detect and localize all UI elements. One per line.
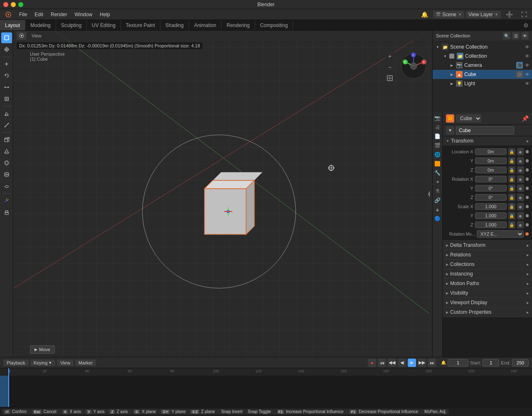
outliner-light[interactable]: ▶ 💡 Light 👁 [433, 79, 532, 88]
record-button[interactable]: ● [368, 359, 376, 367]
relations-header[interactable]: ▶ Relations ● [443, 250, 532, 259]
outliner-options-icon[interactable]: 👁 [521, 32, 529, 39]
menu-window[interactable]: Window [71, 11, 96, 18]
timeline-body[interactable] [0, 376, 532, 407]
scale-x-lock-icon[interactable]: 🔒 [508, 203, 515, 210]
tab-sculpting[interactable]: Sculpting [56, 20, 87, 30]
status-increase-proportional[interactable]: F1 Increase Proportional Influence [275, 409, 346, 414]
status-confirm[interactable]: ⏎ Confirm [2, 409, 29, 414]
playback-tab[interactable]: Playback [3, 359, 29, 366]
tab-uv-editing[interactable]: UV Editing [87, 20, 121, 30]
rotation-x-anim-icon[interactable]: ◆ [517, 175, 524, 183]
tool-measure[interactable] [1, 120, 12, 130]
prop-scene-icon[interactable]: 🎬 [433, 141, 442, 150]
location-z-anim-icon[interactable]: ◆ [517, 166, 524, 174]
transform-section-header[interactable]: ▼ Transform ● [443, 136, 532, 145]
prop-world-icon[interactable]: 🌐 [433, 150, 442, 159]
cube-eye-icon[interactable]: 👁 [524, 71, 530, 78]
rotation-x-value[interactable]: 0° [475, 176, 507, 182]
play-reverse-button[interactable]: ◀ [398, 359, 406, 367]
end-frame-input[interactable] [512, 359, 529, 367]
tool-add-plane[interactable] [1, 181, 12, 192]
outliner-collection[interactable]: ▼ 📁 Collection 👁 [433, 52, 532, 61]
status-x-plane[interactable]: ① X plane [131, 409, 158, 414]
scene-collection-eye-icon[interactable]: 👁 [524, 44, 530, 50]
delta-transform-header[interactable]: ▶ Delta Transform ● [443, 241, 532, 250]
tab-modeling[interactable]: Modeling [25, 20, 56, 30]
rotation-y-lock-icon[interactable]: 🔒 [508, 185, 515, 192]
scale-y-anim-icon[interactable]: ◆ [517, 212, 524, 219]
status-z-plane[interactable]: ①Z Z plane [188, 409, 217, 414]
prop-particles-icon[interactable]: ✦ [433, 178, 442, 186]
tab-compositing[interactable]: Compositing [255, 20, 293, 30]
step-forward-button[interactable]: ▶▶ [418, 359, 426, 367]
marker-tab[interactable]: Marker [75, 359, 96, 366]
status-z-axis[interactable]: Z Z axis [107, 409, 130, 414]
location-x-lock-icon[interactable]: 🔒 [508, 148, 515, 155]
tool-scale[interactable] [1, 82, 12, 93]
status-x-axis[interactable]: X X axis [60, 409, 84, 414]
prop-object-icon[interactable]: 🟧 [433, 160, 442, 168]
outliner-camera[interactable]: ▶ 📷 Camera 🎥 👁 [433, 61, 532, 70]
custom-properties-header[interactable]: ▶ Custom Properties ● [443, 308, 532, 317]
status-cancel[interactable]: Esc Cancel [30, 409, 59, 414]
tool-add-cylinder[interactable] [1, 169, 12, 180]
workspace-options-icon[interactable]: ⚙ [523, 22, 529, 29]
rotation-y-anim-icon[interactable]: ◆ [517, 185, 524, 192]
prop-constraints-icon[interactable]: 🔗 [433, 196, 442, 204]
location-x-value[interactable]: 0m [475, 148, 507, 155]
tool-rotate[interactable] [1, 70, 12, 81]
tool-add-cube[interactable] [1, 134, 12, 145]
tab-animation[interactable]: Animation [189, 20, 222, 30]
menu-file[interactable]: File [16, 11, 30, 18]
prop-render-icon[interactable]: 📷 [433, 114, 442, 122]
status-y-axis[interactable]: Y Y axis [84, 409, 107, 414]
activity-icon[interactable]: 🔔 [418, 10, 431, 19]
tool-annotate[interactable] [1, 108, 12, 119]
location-y-lock-icon[interactable]: 🔒 [508, 157, 515, 165]
rotation-z-anim-icon[interactable]: ◆ [517, 194, 524, 201]
tool-add-sphere[interactable] [1, 158, 12, 168]
location-x-anim-icon[interactable]: ◆ [517, 148, 524, 155]
status-y-plane[interactable]: ①Y Y plane [159, 409, 188, 414]
play-button[interactable]: ▶ [408, 359, 416, 367]
current-frame-input[interactable] [448, 359, 468, 367]
keying-tab[interactable]: Keying ▼ [30, 359, 56, 366]
collection-eye-icon[interactable]: 👁 [524, 53, 530, 59]
status-mspan[interactable]: MsPan: Adj. [422, 409, 449, 414]
motion-paths-header[interactable]: ▶ Motion Paths ● [443, 279, 532, 288]
visibility-header[interactable]: ▶ Visibility ● [443, 288, 532, 298]
scale-z-value[interactable]: 1.000 [475, 222, 507, 228]
view-layer-selector[interactable]: View Layer ▼ [466, 11, 501, 18]
add-workspace-icon[interactable]: ➕ [502, 10, 516, 19]
tool-gizmo[interactable] [1, 195, 12, 206]
menu-help[interactable]: Help [96, 11, 113, 18]
maximize-button[interactable] [18, 2, 23, 7]
scale-y-lock-icon[interactable]: 🔒 [508, 212, 515, 219]
start-frame-input[interactable] [483, 359, 499, 367]
scene-selector[interactable]: 🎬 Scene ▼ [433, 11, 464, 18]
zoom-out-button[interactable]: − [385, 62, 395, 72]
camera-eye-icon[interactable]: 👁 [524, 62, 530, 69]
view-tab[interactable]: View [57, 359, 74, 366]
outliner-cube[interactable]: ▶ ▲ Cube ⬡ 👁 [433, 70, 532, 79]
tab-shading[interactable]: Shading [160, 20, 189, 30]
tool-extrude[interactable] [1, 207, 12, 218]
light-eye-icon[interactable]: 👁 [524, 80, 530, 87]
collections-header[interactable]: ▶ Collections ● [443, 260, 532, 269]
rotation-x-lock-icon[interactable]: 🔒 [508, 175, 515, 183]
scale-x-anim-icon[interactable]: ◆ [517, 203, 524, 210]
scale-y-value[interactable]: 1.000 [475, 212, 507, 219]
scale-x-value[interactable]: 1.000 [475, 203, 507, 210]
rotation-z-lock-icon[interactable]: 🔒 [508, 194, 515, 201]
location-z-value[interactable]: 0m [475, 167, 507, 173]
viewport-type-button[interactable] [17, 32, 27, 40]
rotation-z-value[interactable]: 0° [475, 194, 507, 201]
menu-edit[interactable]: Edit [31, 11, 47, 18]
prop-data-icon[interactable]: ▲ [433, 205, 442, 214]
rotation-mode-dropdown[interactable]: XYZ E... [477, 230, 524, 238]
prop-material-icon[interactable]: 🔵 [433, 214, 442, 223]
tab-rendering[interactable]: Rendering [222, 20, 255, 30]
tool-cursor[interactable] [1, 32, 12, 43]
prop-pin-icon[interactable]: 📌 [522, 115, 529, 122]
